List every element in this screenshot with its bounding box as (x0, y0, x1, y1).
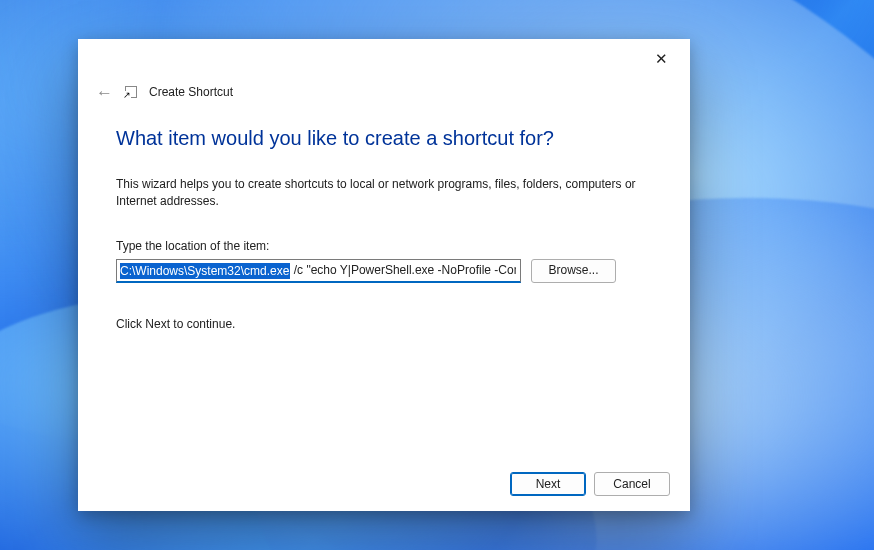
shortcut-file-icon (125, 86, 137, 98)
cancel-button[interactable]: Cancel (594, 472, 670, 496)
page-heading: What item would you like to create a sho… (116, 127, 652, 150)
continue-hint: Click Next to continue. (116, 317, 652, 331)
wizard-footer: Next Cancel (78, 457, 690, 511)
browse-button[interactable]: Browse... (531, 259, 616, 283)
intro-text: This wizard helps you to create shortcut… (116, 176, 646, 211)
next-button[interactable]: Next (510, 472, 586, 496)
back-icon[interactable]: ← (96, 84, 113, 101)
location-input[interactable] (116, 259, 521, 283)
wizard-content: What item would you like to create a sho… (78, 105, 690, 457)
titlebar: ✕ (78, 39, 690, 79)
create-shortcut-wizard: ✕ ← Create Shortcut What item would you … (78, 39, 690, 511)
location-field-label: Type the location of the item: (116, 239, 652, 253)
close-icon[interactable]: ✕ (647, 46, 676, 72)
breadcrumb-title: Create Shortcut (149, 85, 233, 99)
nav-bar: ← Create Shortcut (78, 79, 690, 105)
